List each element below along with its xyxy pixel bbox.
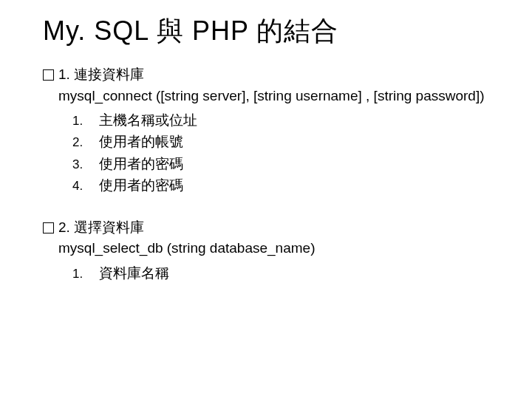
list-item: 1.主機名稱或位址 [72,109,489,131]
item-number: 3. [72,155,99,174]
list-item: 3.使用者的密碼 [72,153,489,174]
section-1-heading: 1. 連接資料庫 [58,66,144,82]
list-item: 1.資料庫名稱 [72,262,489,284]
item-text: 使用者的帳號 [99,131,183,152]
section-2: 2. 選擇資料庫 mysql_select_db (string databas… [43,217,489,284]
checkbox-icon [43,69,54,81]
section-1-code: mysql_connect ([string server], [string … [58,88,485,103]
item-text: 使用者的密碼 [99,153,183,174]
item-number: 2. [72,133,99,152]
item-number: 1. [72,112,99,131]
section-2-heading: 2. 選擇資料庫 [58,219,144,235]
item-text: 使用者的密碼 [99,174,183,196]
section-2-list: 1.資料庫名稱 [43,262,489,284]
section-2-header: 2. 選擇資料庫 mysql_select_db (string databas… [43,217,489,259]
item-number: 1. [72,265,99,284]
list-item: 4.使用者的密碼 [72,174,489,196]
item-text: 資料庫名稱 [99,262,169,284]
section-1-body: 1. 連接資料庫 mysql_connect ([string server],… [58,64,489,106]
section-2-code: mysql_select_db (string database_name) [58,240,315,256]
list-item: 2.使用者的帳號 [72,131,489,152]
section-1: 1. 連接資料庫 mysql_connect ([string server],… [43,64,489,197]
section-1-list: 1.主機名稱或位址 2.使用者的帳號 3.使用者的密碼 4.使用者的密碼 [43,109,489,197]
checkbox-icon [43,222,54,233]
item-number: 4. [72,177,99,196]
section-1-header: 1. 連接資料庫 mysql_connect ([string server],… [43,64,489,106]
slide-title: My. SQL 與 PHP 的結合 [43,13,489,50]
slide: My. SQL 與 PHP 的結合 1. 連接資料庫 mysql_connect… [0,0,532,327]
section-2-body: 2. 選擇資料庫 mysql_select_db (string databas… [58,217,489,259]
item-text: 主機名稱或位址 [99,109,197,131]
